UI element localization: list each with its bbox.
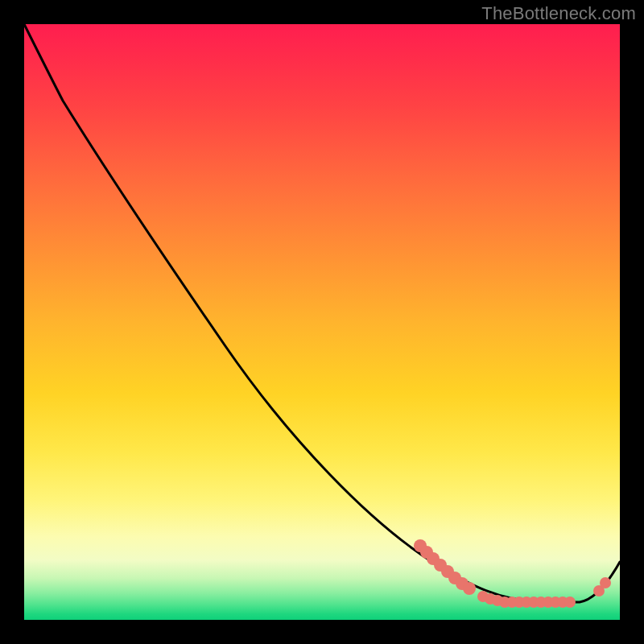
curve-layer — [24, 24, 620, 620]
attribution-text: TheBottleneck.com — [481, 3, 636, 24]
data-dots — [414, 539, 611, 608]
svg-point-20 — [564, 597, 576, 608]
svg-point-7 — [463, 582, 476, 595]
svg-point-22 — [600, 577, 611, 588]
plot-area — [24, 24, 620, 620]
chart-container: TheBottleneck.com — [0, 0, 644, 644]
bottleneck-curve — [24, 24, 620, 602]
